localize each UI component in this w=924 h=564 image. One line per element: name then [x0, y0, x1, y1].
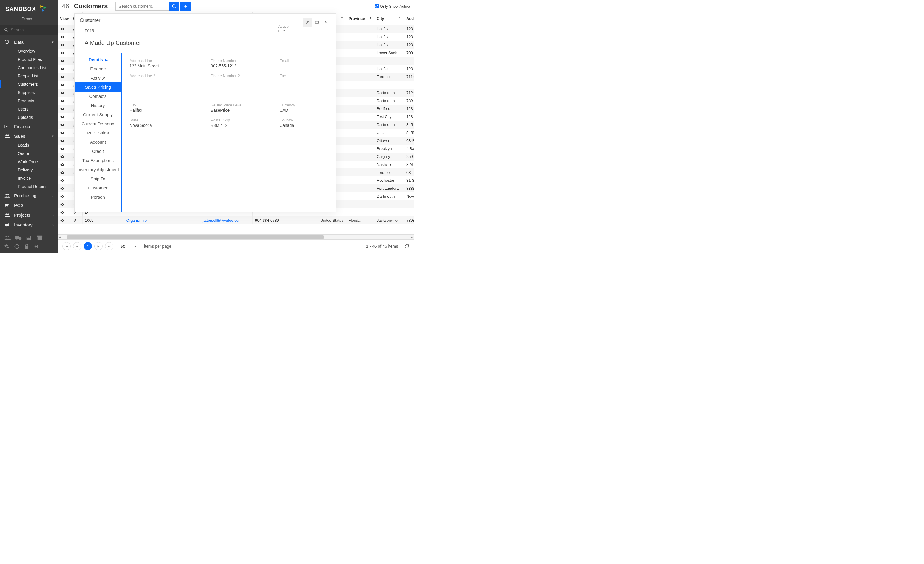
view-icon[interactable]	[60, 99, 68, 103]
sidebar-item-leads[interactable]: Leads	[0, 141, 58, 149]
nav-group-finance[interactable]: Finance ›	[0, 121, 58, 131]
panel-tab-current-demand[interactable]: Current Demand	[75, 119, 121, 128]
view-icon[interactable]	[60, 35, 68, 39]
view-icon[interactable]	[60, 27, 68, 31]
view-icon[interactable]	[60, 123, 68, 127]
org-selector[interactable]: Demo ▾	[0, 15, 58, 25]
view-icon[interactable]	[60, 147, 68, 150]
panel-tab-sales-pricing[interactable]: Sales Pricing	[75, 82, 121, 92]
view-icon[interactable]	[60, 83, 68, 87]
sidebar-item-companies-list[interactable]: Companies List	[0, 64, 58, 72]
pager-prev[interactable]: ◄	[73, 242, 81, 250]
page-size-input[interactable]	[119, 243, 131, 250]
archive-icon[interactable]	[37, 235, 43, 240]
customer-name-link[interactable]: Organic Tile	[126, 218, 147, 223]
filter-icon[interactable]	[398, 16, 401, 19]
only-active-checkbox[interactable]	[375, 4, 379, 8]
nav-group-sales[interactable]: Sales ▾	[0, 131, 58, 141]
sidebar-item-customers[interactable]: Customers	[0, 80, 58, 88]
view-icon[interactable]	[60, 171, 68, 174]
panel-tab-details[interactable]: Details▶	[75, 55, 121, 64]
column-header[interactable]: View	[58, 12, 70, 25]
view-icon[interactable]	[60, 131, 68, 135]
nav-group-inventory[interactable]: Inventory ›	[0, 220, 58, 230]
panel-tab-activity[interactable]: Activity	[75, 73, 121, 82]
table-row[interactable]: 1009Organic Tilejattersoll8@wufoo.com904…	[58, 216, 414, 224]
horizontal-scrollbar[interactable]: ◄ ►	[58, 235, 414, 239]
truck-icon[interactable]	[15, 235, 22, 240]
panel-tab-credit[interactable]: Credit	[75, 147, 121, 156]
view-icon[interactable]	[60, 59, 68, 63]
clock-icon[interactable]	[14, 244, 20, 249]
sidebar-item-work-order[interactable]: Work Order	[0, 157, 58, 166]
sidebar-item-delivery[interactable]: Delivery	[0, 166, 58, 174]
sidebar-item-uploads[interactable]: Uploads	[0, 113, 58, 121]
filter-icon[interactable]	[369, 16, 372, 19]
view-icon[interactable]	[60, 75, 68, 79]
sidebar-search-input[interactable]	[10, 27, 54, 32]
sidebar-item-product-files[interactable]: Product Files	[0, 55, 58, 64]
view-icon[interactable]	[60, 187, 68, 190]
page-size-select[interactable]: ▼	[118, 243, 139, 250]
pager-next[interactable]: ►	[94, 242, 103, 250]
view-icon[interactable]	[60, 195, 68, 198]
view-icon[interactable]	[60, 163, 68, 166]
view-icon[interactable]	[60, 43, 68, 47]
view-icon[interactable]	[60, 51, 68, 55]
sidebar-search[interactable]	[0, 25, 58, 34]
scroll-thumb[interactable]	[67, 235, 324, 239]
nav-group-projects[interactable]: Projects ›	[0, 210, 58, 220]
sidebar-item-quote[interactable]: Quote	[0, 149, 58, 157]
factory-icon[interactable]	[26, 235, 33, 240]
panel-tab-history[interactable]: History	[75, 101, 121, 110]
view-icon[interactable]	[60, 67, 68, 71]
view-icon[interactable]	[60, 155, 68, 159]
column-header[interactable]: Province	[346, 12, 374, 25]
view-icon[interactable]	[60, 179, 68, 183]
search-button[interactable]	[169, 2, 179, 10]
panel-tab-finance[interactable]: Finance	[75, 64, 121, 73]
email-link[interactable]: jattersoll8@wufoo.com	[202, 218, 242, 223]
panel-tab-person[interactable]: Person	[75, 192, 121, 202]
pager-page[interactable]: 1	[84, 242, 92, 250]
sidebar-item-suppliers[interactable]: Suppliers	[0, 88, 58, 97]
panel-tab-current-supply[interactable]: Current Supply	[75, 110, 121, 119]
pager-last[interactable]: ►|	[105, 242, 113, 250]
pager-first[interactable]: |◄	[62, 242, 71, 250]
sidebar-item-users[interactable]: Users	[0, 105, 58, 113]
scroll-right-icon[interactable]: ►	[410, 236, 414, 239]
view-icon[interactable]	[60, 139, 68, 142]
view-icon[interactable]	[60, 91, 68, 94]
panel-tab-account[interactable]: Account	[75, 138, 121, 147]
column-header[interactable]: City	[374, 12, 404, 25]
sidebar-item-product-return[interactable]: Product Return	[0, 183, 58, 191]
nav-group-data[interactable]: Data ▾	[0, 37, 58, 47]
panel-tab-ship-to[interactable]: Ship To	[75, 174, 121, 183]
gear-icon[interactable]	[4, 244, 9, 249]
people-icon[interactable]	[4, 235, 10, 240]
sidebar-item-people-list[interactable]: People List	[0, 72, 58, 80]
panel-tab-customer[interactable]: Customer	[75, 183, 121, 192]
scroll-left-icon[interactable]: ◄	[58, 236, 62, 239]
column-header[interactable]: Address Line 1	[404, 12, 414, 25]
nav-group-pos[interactable]: POS	[0, 200, 58, 210]
panel-tab-contacts[interactable]: Contacts	[75, 92, 121, 101]
chevron-down-icon[interactable]: ▼	[131, 244, 139, 249]
sidebar-item-invoice[interactable]: Invoice	[0, 174, 58, 183]
maximize-icon[interactable]	[312, 18, 321, 27]
sidebar-item-overview[interactable]: Overview	[0, 47, 58, 55]
edit-icon[interactable]	[303, 18, 312, 27]
view-icon[interactable]	[60, 203, 68, 206]
panel-tab-inventory-adjustment[interactable]: Inventory Adjustment	[75, 165, 121, 174]
refresh-icon[interactable]	[405, 244, 410, 248]
panel-tab-pos-sales[interactable]: POS Sales	[75, 128, 121, 138]
lock-icon[interactable]	[24, 244, 29, 249]
search-input[interactable]	[116, 2, 169, 10]
view-icon[interactable]	[60, 107, 68, 111]
panel-tab-tax-exemptions[interactable]: Tax Exemptions	[75, 156, 121, 165]
close-icon[interactable]	[322, 18, 331, 27]
view-icon[interactable]	[60, 219, 68, 222]
view-icon[interactable]	[60, 115, 68, 118]
view-icon[interactable]	[60, 211, 68, 214]
filter-icon[interactable]	[340, 16, 344, 19]
